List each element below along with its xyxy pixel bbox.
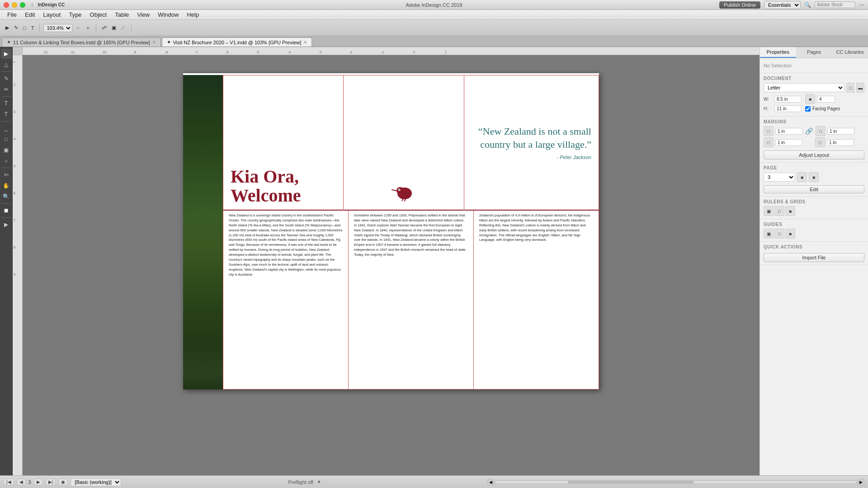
guides-icon-btn-3[interactable]: ■ [785, 229, 795, 239]
guides-icon-btn-2[interactable]: □ [774, 229, 784, 239]
status-record-btn[interactable]: ◉ [58, 479, 68, 485]
maximize-button[interactable] [20, 2, 25, 8]
document-canvas[interactable]: Kia Ora, Welcome [23, 55, 760, 475]
tool-frame[interactable]: □ [21, 24, 28, 32]
tab-close-2[interactable]: ✕ [303, 40, 307, 45]
menu-help[interactable]: Help [183, 10, 203, 19]
guides-icon-btn-1[interactable]: ▣ [764, 229, 774, 239]
search-icon[interactable]: 🔍 [804, 2, 811, 8]
pages-input[interactable] [817, 96, 835, 103]
margin-left-input[interactable] [827, 139, 854, 146]
tool-rect[interactable]: ▣ [1, 145, 12, 155]
status-first-page[interactable]: |◀ [4, 479, 14, 485]
tool-pen-left[interactable]: ✎ [1, 74, 12, 84]
tool-rect-frame[interactable]: □ [1, 134, 12, 144]
document-size-select[interactable]: Letter [764, 83, 844, 92]
horizontal-scrollbar[interactable] [495, 480, 857, 484]
margin-bottom-input[interactable] [775, 139, 802, 146]
minimize-button[interactable] [12, 2, 17, 8]
menu-object[interactable]: Object [86, 10, 111, 19]
tool-sep-3 [2, 121, 11, 122]
zoom-level-select[interactable]: 103.4% [43, 24, 72, 32]
edit-button[interactable]: Edit [764, 185, 864, 193]
guides-icons: ▣ □ ■ [764, 229, 864, 239]
margin-top-input[interactable] [775, 128, 802, 135]
margin-right-input[interactable] [827, 128, 854, 135]
zoom-in-btn[interactable]: ＋ [84, 23, 92, 32]
menu-file[interactable]: File [4, 10, 20, 19]
document-tabs: ✦ 11 Column & Linking Text Boxes.indd @ … [0, 36, 868, 47]
columns-top: Kia Ora, Welcome [223, 75, 599, 211]
status-last-page[interactable]: ▶| [46, 479, 56, 485]
panel-tab-pages[interactable]: Pages [796, 47, 832, 58]
workspace-select[interactable]: Essentials [764, 1, 801, 9]
nature-image [183, 75, 223, 389]
close-button[interactable] [4, 2, 9, 8]
tool-direct-selection[interactable]: △ [1, 60, 12, 70]
margin-left-icon[interactable]: □ [815, 137, 825, 147]
menu-type[interactable]: Type [65, 10, 85, 19]
guides-toggle-btn[interactable]: ■ [785, 206, 795, 216]
tool-sep-6 [2, 217, 11, 218]
menu-edit[interactable]: Edit [21, 10, 38, 19]
panel-tab-cc-libraries[interactable]: CC Libraries [832, 47, 868, 58]
preflight-status[interactable]: Preflight off [288, 479, 313, 485]
panel-tab-properties[interactable]: Properties [760, 47, 796, 58]
height-input[interactable] [774, 105, 802, 112]
tool-type[interactable]: T [29, 24, 36, 32]
tool-line[interactable]: ⎯ [1, 123, 12, 133]
page-prev-btn[interactable]: ■ [797, 172, 807, 182]
adjust-layout-button[interactable]: Adjust Layout [764, 150, 864, 160]
quote-author: - Peter Jackson [472, 155, 591, 160]
tool-ellipse[interactable]: ○ [1, 156, 12, 166]
menu-table[interactable]: Table [111, 10, 132, 19]
more-icon[interactable]: ⋯ [859, 2, 864, 8]
status-style-select[interactable]: [Basic (working)] [71, 478, 121, 486]
publish-online-button[interactable]: Publish Online [719, 1, 760, 9]
facing-pages-checkbox[interactable] [805, 106, 811, 112]
gpu-preview-btn[interactable]: ☄ [119, 24, 127, 32]
pages-icon-btn[interactable]: ■ [805, 94, 815, 104]
margin-bottom-icon[interactable]: □ [764, 137, 774, 147]
page-next-btn[interactable]: ■ [809, 172, 819, 182]
ruler-v-mark-5: 5 [14, 164, 15, 168]
chain-link-icon[interactable]: 🔗 [805, 127, 813, 135]
margin-top-icon[interactable]: □ [764, 126, 774, 136]
zoom-out-btn[interactable]: － [74, 23, 82, 32]
doc-orient-btn[interactable]: ▬ [856, 83, 864, 93]
tool-fill[interactable]: ■ [1, 206, 12, 216]
tool-preview[interactable]: ▶ [1, 220, 12, 230]
tab-close-1[interactable]: ✕ [152, 40, 156, 45]
margin-right-icon[interactable]: □ [816, 126, 826, 136]
page-number-select[interactable]: 3 [764, 173, 795, 182]
view-mode-btn[interactable]: ☍ [100, 24, 108, 32]
tool-selection[interactable]: ▶ [1, 49, 12, 59]
canvas-area[interactable]: -12 -11 -10 -9 -8 -7 -6 -5 -4 -3 -2 -1 0… [13, 47, 760, 475]
scroll-right-btn[interactable]: ▶ [858, 479, 864, 485]
menu-view[interactable]: View [133, 10, 153, 19]
screen-mode-btn[interactable]: ▣ [110, 24, 118, 32]
status-prev-page[interactable]: ◀ [17, 479, 26, 485]
tab-visit-nz[interactable]: ✦ Visit NZ Brochure 2020 – V1.indd @ 103… [162, 38, 312, 47]
stock-search-input[interactable] [815, 1, 855, 8]
import-file-button[interactable]: Import File [764, 253, 864, 262]
rulers-icon-btn[interactable]: ▣ [764, 206, 774, 216]
tool-type-left[interactable]: T [1, 99, 12, 108]
tool-hand[interactable]: ✋ [1, 181, 12, 191]
tool-arrow[interactable]: ▶ [4, 24, 11, 32]
tool-scissors[interactable]: ✄ [1, 170, 12, 180]
tab-column-linking[interactable]: ✦ 11 Column & Linking Text Boxes.indd @ … [2, 38, 161, 47]
menu-layout[interactable]: Layout [39, 10, 64, 19]
scroll-left-btn[interactable]: ◀ [487, 479, 494, 485]
preflight-arrow[interactable]: ▾ [318, 479, 321, 485]
tool-pencil[interactable]: ✏ [1, 84, 12, 94]
status-next-page[interactable]: ▶ [34, 479, 43, 485]
tool-zoom[interactable]: 🔍 [1, 192, 12, 202]
grids-icon-btn[interactable]: □ [774, 206, 784, 216]
tool-type-path[interactable]: T [1, 109, 12, 119]
menu-window[interactable]: Window [154, 10, 182, 19]
width-input[interactable] [774, 96, 802, 103]
tool-pen[interactable]: ✎ [12, 24, 20, 32]
svg-point-1 [396, 187, 404, 194]
doc-size-icon-btn[interactable]: □ [846, 83, 854, 93]
